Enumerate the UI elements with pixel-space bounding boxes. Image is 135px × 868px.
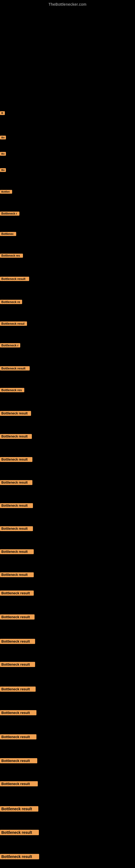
bottleneck-result-label: Bottleneck result — [0, 411, 31, 416]
result-row-17: Bottleneck result — [0, 457, 32, 463]
bottleneck-result-label: Bottleneck result — [0, 366, 30, 371]
result-row-9: Bottleneck result — [0, 277, 29, 282]
bottleneck-result-label: Bottlen — [0, 190, 12, 194]
bottleneck-result-label: Bottlenec — [0, 232, 16, 236]
bottleneck-result-label: Bo — [0, 152, 6, 156]
result-row-16: Bottleneck result — [0, 434, 32, 440]
result-row-4: Bo — [0, 168, 6, 173]
bottleneck-result-label: Bottleneck result — [0, 758, 37, 763]
bottleneck-result-label: Bottleneck result — [0, 710, 37, 715]
bottleneck-result-label: Bottleneck result — [0, 457, 32, 462]
bottleneck-result-label: Bottleneck resul — [0, 321, 27, 326]
result-row-20: Bottleneck result — [0, 526, 33, 532]
result-row-31: Bottleneck result — [0, 781, 38, 787]
bottleneck-result-label: Bottleneck result — [0, 480, 32, 485]
bottleneck-result-label: Bottleneck re — [0, 300, 22, 304]
bottleneck-result-label: Bottleneck result — [0, 806, 38, 812]
result-row-23: Bottleneck result — [0, 590, 34, 597]
result-row-14: Bottleneck res — [0, 388, 24, 393]
bottleneck-result-label: Bo — [0, 135, 6, 140]
bottleneck-result-label: Bottleneck result — [0, 503, 33, 508]
result-row-32: Bottleneck result — [0, 806, 38, 813]
result-row-33: Bottleneck result — [0, 830, 39, 836]
bottleneck-result-label: Bottleneck result — [0, 686, 36, 692]
result-row-21: Bottleneck result — [0, 549, 34, 555]
result-row-3: Bo — [0, 152, 6, 157]
result-row-6: Bottleneck r — [0, 212, 19, 217]
result-row-30: Bottleneck result — [0, 758, 37, 764]
bottleneck-result-label: Bottleneck result — [0, 549, 34, 554]
site-title: TheBottlenecker.com — [0, 0, 135, 8]
result-row-1: B — [0, 111, 5, 116]
result-row-26: Bottleneck result — [0, 662, 35, 668]
result-row-18: Bottleneck result — [0, 480, 32, 486]
result-row-34: Bottleneck result — [0, 854, 39, 860]
bottleneck-result-label: Bottleneck result — [0, 830, 39, 835]
result-row-11: Bottleneck resul — [0, 321, 27, 327]
bottleneck-result-label: Bottleneck result — [0, 614, 35, 620]
bottleneck-result-label: Bo — [0, 168, 6, 172]
result-row-2: Bo — [0, 135, 6, 141]
bottleneck-result-label: Bottleneck result — [0, 662, 35, 667]
result-row-8: Bottleneck res — [0, 254, 23, 259]
result-row-10: Bottleneck re — [0, 300, 22, 305]
bottleneck-result-label: Bottleneck res — [0, 254, 23, 258]
result-row-7: Bottlenec — [0, 232, 16, 237]
bottleneck-result-label: Bottleneck result — [0, 434, 32, 439]
result-row-22: Bottleneck result — [0, 572, 34, 578]
result-row-24: Bottleneck result — [0, 614, 35, 621]
bottleneck-result-label: Bottleneck result — [0, 526, 33, 531]
bottleneck-result-label: Bottleneck r — [0, 212, 19, 216]
result-row-15: Bottleneck result — [0, 411, 31, 417]
bottleneck-result-label: Bottleneck r — [0, 343, 20, 347]
result-row-5: Bottlen — [0, 190, 12, 195]
bottleneck-result-label: Bottleneck result — [0, 572, 34, 577]
bottleneck-result-label: Bottleneck result — [0, 277, 29, 281]
result-row-29: Bottleneck result — [0, 734, 37, 741]
bottleneck-result-label: Bottleneck result — [0, 854, 39, 859]
bottleneck-result-label: B — [0, 111, 5, 115]
bottleneck-result-label: Bottleneck result — [0, 734, 37, 739]
bottleneck-result-label: Bottleneck res — [0, 388, 24, 392]
result-row-19: Bottleneck result — [0, 503, 33, 509]
result-row-27: Bottleneck result — [0, 686, 36, 693]
result-row-28: Bottleneck result — [0, 710, 37, 716]
bottleneck-result-label: Bottleneck result — [0, 781, 38, 786]
result-row-13: Bottleneck result — [0, 366, 30, 372]
bottleneck-result-label: Bottleneck result — [0, 639, 35, 644]
result-row-12: Bottleneck r — [0, 343, 20, 348]
result-row-25: Bottleneck result — [0, 639, 35, 645]
bottleneck-result-label: Bottleneck result — [0, 590, 34, 596]
